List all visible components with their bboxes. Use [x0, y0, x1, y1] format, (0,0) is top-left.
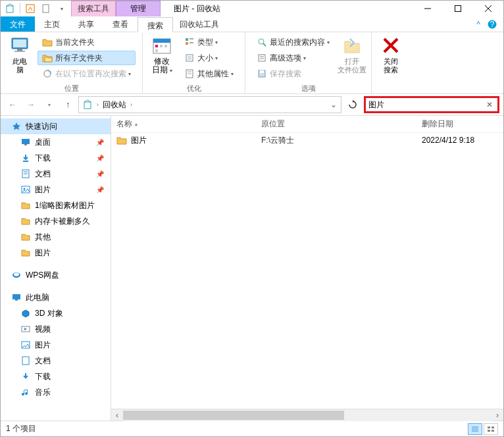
svg-rect-20 — [186, 38, 188, 41]
sidebar-documents[interactable]: 文档📌 — [1, 166, 111, 182]
tab-search[interactable]: 搜索 — [138, 17, 173, 32]
sidebar-wps[interactable]: WPS网盘 — [1, 267, 111, 283]
tab-share[interactable]: 共享 — [69, 16, 103, 32]
svg-rect-39 — [22, 139, 30, 144]
search-again-button[interactable]: 在以下位置再次搜索▾ — [38, 66, 136, 81]
recent-searches-button[interactable]: 最近的搜索内容▾ — [252, 35, 334, 49]
details-view-button[interactable] — [468, 423, 482, 435]
qat-new-icon[interactable] — [39, 1, 53, 16]
svg-rect-49 — [13, 294, 20, 299]
svg-rect-2 — [43, 5, 49, 13]
svg-point-46 — [24, 188, 26, 190]
icons-view-button[interactable] — [484, 423, 498, 435]
column-name[interactable]: 名称▴ — [111, 116, 256, 132]
address-bar[interactable]: › 回收站 › ⌄ — [78, 96, 341, 113]
sidebar-downloads[interactable]: 下载📌 — [1, 150, 111, 166]
pin-icon: 📌 — [96, 155, 104, 162]
other-props-button[interactable]: 其他属性▾ — [180, 66, 238, 81]
svg-point-48 — [14, 273, 19, 276]
file-row[interactable]: 图片 F:\云骑士 2022/4/12 9:18 — [111, 133, 503, 147]
minimize-button[interactable] — [413, 1, 443, 16]
file-list: 名称▴ 原位置 删除日期 图片 F:\云骑士 2022/4/12 9:18 ‹ … — [111, 116, 503, 421]
contextual-tabs: 搜索工具 管理 — [71, 1, 161, 16]
quick-access-toolbar: ▾ — [1, 1, 71, 16]
close-button[interactable] — [473, 1, 503, 16]
svg-rect-22 — [186, 42, 188, 45]
sidebar-documents2[interactable]: 文档 — [1, 353, 111, 369]
advanced-options-button[interactable]: 高级选项▾ — [252, 51, 334, 65]
pin-icon: 📌 — [96, 170, 104, 178]
svg-rect-23 — [189, 42, 193, 43]
ribbon-group-options: 最近的搜索内容▾ 高级选项▾ 保存搜索 打开 文件位置 选项 — [245, 32, 372, 93]
ribbon: 此电 脑 当前文件夹 所有子文件夹 在以下位置再次搜索▾ 位置 修改 日期▾ 类… — [1, 32, 503, 94]
tab-file[interactable]: 文件 — [1, 16, 35, 32]
search-box[interactable]: ✕ — [364, 96, 499, 113]
recyclebin-icon — [80, 97, 95, 113]
svg-rect-58 — [491, 426, 494, 428]
this-pc-button[interactable]: 此电 脑 — [5, 34, 35, 76]
help-icon[interactable]: ? — [488, 20, 501, 29]
sidebar-downloads2[interactable]: 下载 — [1, 369, 111, 384]
forward-button[interactable]: → — [23, 97, 39, 113]
sidebar-3d-objects[interactable]: 3D 对象 — [1, 305, 111, 321]
column-delete-date[interactable]: 删除日期 — [416, 116, 503, 132]
context-tab-search-tools[interactable]: 搜索工具 — [71, 1, 116, 16]
ribbon-group-optimize: 修改 日期▾ 类型▾ 大小▾ 其他属性▾ 优化 — [143, 32, 245, 93]
sidebar-pictures3[interactable]: 图片 — [1, 337, 111, 353]
svg-rect-4 — [455, 6, 461, 12]
scroll-left-button[interactable]: ‹ — [111, 409, 123, 421]
breadcrumb-root[interactable]: 回收站 — [101, 97, 128, 113]
ribbon-collapse-icon[interactable]: ^ — [472, 20, 485, 29]
sidebar-folder-thumbnails[interactable]: 1缩略图素材图片 — [1, 197, 111, 213]
sidebar-music[interactable]: 音乐 — [1, 384, 111, 400]
close-search-button[interactable]: 关闭 搜索 — [376, 34, 406, 76]
qat-recyclebin-icon[interactable] — [3, 1, 17, 16]
svg-rect-57 — [488, 426, 490, 428]
sidebar-this-pc[interactable]: 此电脑 — [1, 290, 111, 305]
qat-properties-icon[interactable] — [23, 1, 38, 16]
svg-rect-50 — [15, 299, 18, 301]
tab-view[interactable]: 查看 — [103, 16, 138, 32]
scroll-right-button[interactable]: › — [491, 409, 503, 421]
svg-rect-60 — [491, 430, 494, 432]
column-original-location[interactable]: 原位置 — [256, 116, 416, 132]
scroll-thumb[interactable] — [123, 411, 344, 420]
horizontal-scrollbar[interactable]: ‹ › — [111, 409, 503, 421]
qat-dropdown[interactable]: ▾ — [55, 1, 69, 16]
current-folder-button[interactable]: 当前文件夹 — [38, 35, 136, 49]
context-tab-manage[interactable]: 管理 — [116, 1, 161, 16]
size-button[interactable]: 大小▾ — [180, 51, 238, 65]
sidebar-folder-other[interactable]: 其他 — [1, 229, 111, 245]
up-button[interactable]: ↑ — [60, 97, 76, 113]
tab-home[interactable]: 主页 — [35, 16, 69, 32]
sort-indicator-icon: ▴ — [135, 121, 138, 127]
chevron-right-icon[interactable]: › — [128, 101, 134, 108]
svg-text:?: ? — [490, 20, 495, 29]
sidebar-videos[interactable]: 视频 — [1, 321, 111, 337]
sidebar-folder-pictures2[interactable]: 图片 — [1, 245, 111, 261]
svg-rect-31 — [259, 55, 265, 61]
refresh-button[interactable] — [344, 96, 361, 113]
svg-line-30 — [263, 43, 266, 46]
chevron-right-icon[interactable]: › — [95, 101, 101, 108]
sidebar-desktop[interactable]: 桌面📌 — [1, 134, 111, 150]
maximize-button[interactable] — [443, 1, 473, 16]
back-button[interactable]: ← — [5, 97, 20, 113]
navbar: ← → ▾ ↑ › 回收站 › ⌄ ✕ — [1, 94, 503, 115]
svg-rect-10 — [13, 39, 26, 47]
clear-search-icon[interactable]: ✕ — [484, 100, 495, 109]
sidebar-pictures[interactable]: 图片📌 — [1, 182, 111, 197]
address-dropdown[interactable]: ⌄ — [328, 100, 340, 109]
ribbon-tabbar: 文件 主页 共享 查看 搜索 回收站工具 ^ ? — [1, 16, 503, 32]
type-button[interactable]: 类型▾ — [180, 35, 238, 49]
sidebar-quick-access[interactable]: 快速访问 — [1, 118, 111, 134]
save-search-button[interactable]: 保存搜索 — [252, 66, 334, 81]
tab-recyclebin-tools[interactable]: 回收站工具 — [173, 16, 226, 32]
svg-rect-12 — [14, 51, 25, 52]
recent-locations-dropdown[interactable]: ▾ — [41, 97, 57, 113]
all-subfolders-button[interactable]: 所有子文件夹 — [38, 51, 136, 65]
modify-date-button[interactable]: 修改 日期▾ — [147, 34, 177, 76]
open-location-button[interactable]: 打开 文件位置 — [337, 34, 367, 76]
sidebar-folder-sdcard[interactable]: 内存卡被删多久 — [1, 213, 111, 229]
search-input[interactable] — [368, 100, 484, 109]
